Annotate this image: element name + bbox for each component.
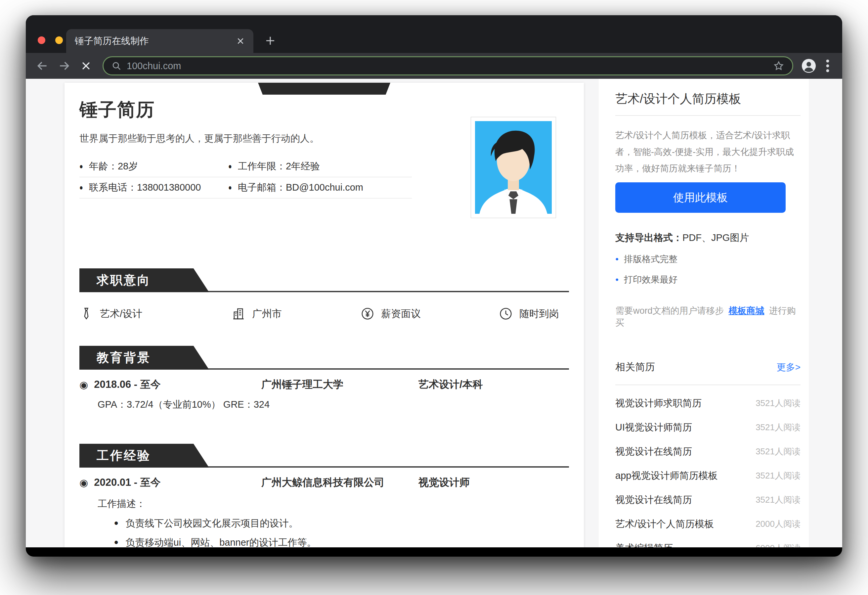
related-resume-item[interactable]: app视觉设计师简历模板 3521人阅读 <box>615 463 800 488</box>
related-resume-item[interactable]: 视觉设计在线简历 3521人阅读 <box>615 440 800 463</box>
close-window-button[interactable] <box>38 36 45 44</box>
back-icon[interactable] <box>34 57 51 74</box>
profile-icon[interactable] <box>801 58 816 74</box>
education-row: 2018.06 - 至今 广州锤子理工大学 艺术设计/本科 <box>80 377 569 391</box>
work-desc-label: 工作描述： <box>97 497 569 511</box>
template-shop-link[interactable]: 模板商城 <box>729 306 765 316</box>
new-tab-icon[interactable] <box>262 33 279 49</box>
stop-loading-icon[interactable] <box>77 57 94 74</box>
browser-toolbar: 100chui.com <box>26 53 842 79</box>
related-resume-views: 3521人阅读 <box>756 494 800 506</box>
tie-icon <box>80 307 93 321</box>
education-school: 广州锤子理工大学 <box>261 377 418 391</box>
template-sidebar: 艺术/设计个人简历模板 艺术/设计个人简历模板，适合艺术/设计求职者，智能-高效… <box>599 79 809 547</box>
related-resumes-list: 视觉设计师求职简历 3521人阅读 UI视觉设计师简历 3521人阅读 视觉设计… <box>615 391 800 547</box>
related-resume-item[interactable]: UI视觉设计师简历 3521人阅读 <box>615 415 800 440</box>
intent-label: 艺术/设计 <box>100 307 142 321</box>
export-formats-line: 支持导出格式：PDF、JPG图片 <box>615 231 800 244</box>
intent-label: 随时到岗 <box>520 307 559 321</box>
info-experience: 工作年限：2年经验 <box>228 160 320 173</box>
info-row: 联系电话：138001380000 电子邮箱：BD@100chui.com <box>80 178 412 198</box>
resume-top-banner <box>258 83 390 95</box>
export-point: 打印效果最好 <box>615 274 800 286</box>
section-work-experience: 工作经验 2020.01 - 至今 广州大鲸信息科技有限公司 视觉设计师 工作描… <box>80 444 569 547</box>
intent-label: 薪资面议 <box>381 307 421 321</box>
related-resume-title[interactable]: 美术编辑简历 <box>615 542 673 548</box>
related-resume-views: 6000人阅读 <box>756 542 800 547</box>
related-resume-title[interactable]: 艺术/设计个人简历模板 <box>615 518 714 531</box>
related-resume-item[interactable]: 艺术/设计个人简历模板 2000人阅读 <box>615 512 800 536</box>
work-role: 视觉设计师 <box>418 475 569 490</box>
related-resume-item[interactable]: 美术编辑简历 6000人阅读 <box>615 536 800 547</box>
section-header: 工作经验 <box>80 444 569 468</box>
work-period: 2020.01 - 至今 <box>80 475 261 490</box>
work-company: 广州大鲸信息科技有限公司 <box>261 475 418 490</box>
resume-photo <box>471 117 556 218</box>
page-viewport: 锤子简历 世界属于那些勤于思考的人，更属于那些善于行动的人。 年龄：28岁 工作… <box>26 79 842 547</box>
related-resume-views: 3521人阅读 <box>756 446 800 457</box>
url-text[interactable]: 100chui.com <box>127 61 773 71</box>
info-email: 电子邮箱：BD@100chui.com <box>228 181 363 194</box>
resume-preview-card: 锤子简历 世界属于那些勤于思考的人，更属于那些善于行动的人。 年龄：28岁 工作… <box>65 83 584 547</box>
education-detail: GPA：3.72/4（专业前10%） GRE：324 <box>97 398 569 411</box>
education-period: 2018.06 - 至今 <box>80 377 261 391</box>
related-resumes-title: 相关简历 <box>615 360 655 374</box>
education-degree: 艺术设计/本科 <box>418 377 569 391</box>
word-note-prefix: 需要word文档的用户请移步 <box>615 306 724 316</box>
id-photo-illustration <box>475 121 552 214</box>
intent-item-city: 广州市 <box>232 307 360 321</box>
url-bar[interactable]: 100chui.com <box>103 56 793 75</box>
work-bullet: 负责移动端ui、网站、banner的设计工作等。 <box>114 536 569 547</box>
export-formats: PDF、JPG图片 <box>682 232 749 243</box>
section-title-tag: 工作经验 <box>80 444 209 468</box>
related-resume-views: 2000人阅读 <box>756 518 800 530</box>
section-job-intent: 求职意向 艺术/设计 广州市 薪资面议 <box>80 268 569 321</box>
export-label: 支持导出格式： <box>615 232 682 243</box>
info-phone: 联系电话：138001380000 <box>80 181 228 194</box>
tab-title: 锤子简历在线制作 <box>75 35 236 47</box>
resume-info-table: 年龄：28岁 工作年限：2年经验 联系电话：138001380000 电子邮箱：… <box>80 156 412 198</box>
related-resume-views: 3521人阅读 <box>756 470 800 481</box>
more-link[interactable]: 更多> <box>777 361 800 374</box>
related-resume-title[interactable]: app视觉设计师简历模板 <box>615 469 717 483</box>
related-resumes-header: 相关简历 更多> <box>615 360 800 374</box>
template-title: 艺术/设计个人简历模板 <box>615 91 800 107</box>
divider <box>615 385 800 385</box>
template-description: 艺术/设计个人简历模板，适合艺术/设计求职者，智能-高效-便捷-实用，最大化提升… <box>615 127 800 177</box>
intent-item-availability: 随时到岗 <box>499 307 569 321</box>
section-title-tag: 求职意向 <box>80 268 209 292</box>
info-age: 年龄：28岁 <box>80 160 228 173</box>
info-row: 年龄：28岁 工作年限：2年经验 <box>80 156 412 178</box>
section-header: 教育背景 <box>80 346 569 370</box>
bookmark-star-icon[interactable] <box>773 60 784 71</box>
search-icon <box>111 61 121 71</box>
close-tab-icon[interactable] <box>236 37 245 45</box>
browser-tab[interactable]: 锤子简历在线制作 <box>66 29 253 53</box>
intent-label: 广州市 <box>252 307 282 321</box>
tab-strip: 锤子简历在线制作 <box>26 15 842 53</box>
section-title-tag: 教育背景 <box>80 346 209 370</box>
related-resume-title[interactable]: 视觉设计在线简历 <box>615 445 692 458</box>
work-bullet-list: 负责线下公司校园文化展示项目的设计。 负责移动端ui、网站、banner的设计工… <box>114 517 569 547</box>
intent-item-field: 艺术/设计 <box>80 307 232 321</box>
forward-icon[interactable] <box>56 57 73 74</box>
browser-window: 锤子简历在线制作 100 <box>26 15 842 557</box>
section-header: 求职意向 <box>80 268 569 292</box>
work-bullet: 负责线下公司校园文化展示项目的设计。 <box>114 517 569 530</box>
building-icon <box>232 307 245 321</box>
use-template-button[interactable]: 使用此模板 <box>615 182 785 213</box>
menu-dots-icon[interactable] <box>821 58 834 74</box>
export-point: 排版格式完整 <box>615 253 800 265</box>
minimize-window-button[interactable] <box>55 36 63 44</box>
intent-item-salary: 薪资面议 <box>360 307 499 321</box>
related-resume-title[interactable]: UI视觉设计师简历 <box>615 421 692 434</box>
related-resume-item[interactable]: 视觉设计在线简历 3521人阅读 <box>615 488 800 512</box>
related-resume-views: 3521人阅读 <box>756 422 800 433</box>
related-resume-title[interactable]: 视觉设计师求职简历 <box>615 397 702 410</box>
word-doc-note: 需要word文档的用户请移步模板商城进行购买 <box>615 305 800 329</box>
divider <box>615 115 800 116</box>
section-education: 教育背景 2018.06 - 至今 广州锤子理工大学 艺术设计/本科 GPA：3… <box>80 346 569 411</box>
related-resume-item[interactable]: 视觉设计师求职简历 3521人阅读 <box>615 391 800 415</box>
clock-icon <box>499 307 513 321</box>
related-resume-title[interactable]: 视觉设计在线简历 <box>615 493 692 507</box>
